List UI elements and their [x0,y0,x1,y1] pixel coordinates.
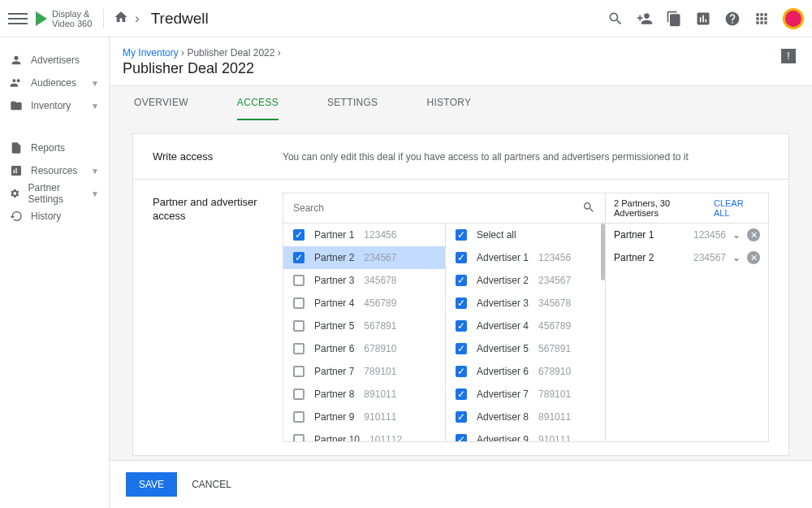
advertiser-row[interactable]: ✓Advertiser 9910111 [446,428,605,441]
checkbox[interactable] [293,320,304,332]
write-access-label: Write access [153,150,283,163]
checkbox[interactable] [293,411,304,423]
tab-access[interactable]: ACCESS [237,86,279,120]
advertiser-row[interactable]: ✓Advertiser 4456789 [446,315,605,337]
sidebar-item-label: Reports [31,142,65,154]
sidebar-item-history[interactable]: History [0,205,109,228]
checkbox[interactable]: ✓ [293,252,304,263]
search-icon[interactable] [582,201,595,216]
select-all-row[interactable]: ✓Select all [446,224,605,246]
partner-row[interactable]: Partner 10101112 [283,428,445,441]
checkbox[interactable]: ✓ [456,275,467,286]
checkbox[interactable]: ✓ [456,343,467,354]
partner-row[interactable]: Partner 9910111 [283,406,445,428]
chart-icon[interactable] [695,11,711,27]
person-add-icon[interactable] [637,11,653,27]
advertiser-row[interactable]: ✓Advertiser 3345678 [446,292,605,315]
partner-id: 234567 [364,252,396,263]
remove-icon[interactable]: ✕ [747,251,760,264]
menu-icon[interactable] [8,9,28,28]
checkbox[interactable] [293,366,304,377]
cancel-button[interactable]: CANCEL [192,479,231,490]
partner-row[interactable]: Partner 3345678 [283,269,445,292]
checkbox[interactable] [293,275,304,286]
play-icon [36,11,47,26]
search-icon[interactable] [607,11,624,27]
checkbox[interactable]: ✓ [456,389,467,400]
breadcrumb-deal[interactable]: Publisher Deal 2022 [187,47,274,59]
checkbox[interactable]: ✓ [456,252,467,263]
checkbox[interactable] [293,343,304,354]
sidebar-item-advertisers[interactable]: Advertisers [0,49,109,72]
write-access-desc: You can only edit this deal if you have … [283,151,689,163]
advertiser-row[interactable]: ✓Advertiser 7789101 [446,383,605,406]
advertiser-id: 234567 [538,275,571,286]
advertiser-row[interactable]: ✓Advertiser 6678910 [446,360,605,383]
apps-icon[interactable] [754,11,770,27]
advertiser-name: Advertiser 1 [477,252,529,263]
selection-summary: 2 Partners, 30 Advertisers [614,198,714,218]
checkbox[interactable]: ✓ [456,434,467,441]
advertiser-name: Advertiser 8 [477,411,529,423]
checkbox[interactable]: ✓ [456,411,467,423]
selected-name: Partner 1 [614,229,689,241]
checkbox[interactable] [293,389,304,400]
sidebar-item-label: History [31,211,61,222]
partner-name: Partner 9 [314,411,354,423]
advertiser-name: Advertiser 4 [477,320,529,332]
tab-history[interactable]: HISTORY [426,86,471,120]
partner-id: 910111 [364,411,396,423]
checkbox[interactable]: ✓ [456,366,467,377]
partner-row[interactable]: Partner 5567891 [283,315,445,337]
scrollbar[interactable] [601,224,605,280]
checkbox[interactable]: ✓ [456,320,467,332]
clear-all-button[interactable]: CLEAR ALL [714,198,760,218]
chevron-down-icon[interactable]: ⌄ [731,229,742,241]
checkbox[interactable] [293,297,304,309]
partner-access-label: Partner and advertiser access [153,193,283,455]
checkbox[interactable] [293,434,304,441]
sidebar-icon [10,187,20,200]
advertiser-name: Advertiser 6 [477,366,529,377]
home-icon[interactable] [114,10,128,27]
checkbox[interactable]: ✓ [456,297,467,309]
checkbox[interactable]: ✓ [456,229,467,241]
tab-overview[interactable]: OVERVIEW [134,86,188,120]
product-name: Display &Video 360 [52,9,92,28]
partner-row[interactable]: Partner 7789101 [283,360,445,383]
breadcrumb-root[interactable]: My Inventory [123,47,179,59]
partner-row[interactable]: ✓Partner 2234567 [283,246,445,269]
feedback-icon[interactable]: ! [781,49,796,63]
sidebar-item-resources[interactable]: Resources▼ [0,159,109,182]
checkbox[interactable]: ✓ [293,229,304,241]
remove-icon[interactable]: ✕ [747,228,760,241]
advertiser-row[interactable]: ✓Advertiser 5567891 [446,337,605,360]
advertiser-row[interactable]: ✓Advertiser 2234567 [446,269,605,292]
sidebar-item-partner-settings[interactable]: Partner Settings▼ [0,182,109,205]
sidebar-item-inventory[interactable]: Inventory▼ [0,94,109,117]
advertiser-id: 345678 [538,297,571,309]
partner-row[interactable]: Partner 6678910 [283,337,445,360]
advertiser-row[interactable]: ✓Advertiser 8891011 [446,406,605,428]
save-button[interactable]: SAVE [126,472,177,497]
advertiser-row[interactable]: ✓Advertiser 1123456 [446,246,605,269]
sidebar-item-reports[interactable]: Reports [0,137,109,159]
partner-row[interactable]: Partner 8891011 [283,383,445,406]
header-title: Tredwell [151,10,209,28]
partner-id: 678910 [364,343,396,354]
sidebar-icon [10,99,23,112]
chevron-down-icon: ▼ [91,189,99,198]
partner-row[interactable]: ✓Partner 1123456 [283,224,445,246]
partner-row[interactable]: Partner 4456789 [283,292,445,315]
advertiser-id: 678910 [538,366,571,377]
chevron-down-icon: ▼ [91,102,99,111]
product-logo[interactable]: Display &Video 360 [36,9,104,28]
copy-icon[interactable] [666,11,682,27]
sidebar-item-audiences[interactable]: Audiences▼ [0,72,109,94]
tab-settings[interactable]: SETTINGS [327,86,378,120]
chevron-down-icon[interactable]: ⌄ [731,252,742,263]
search-input[interactable] [293,202,582,214]
help-icon[interactable] [724,11,741,27]
avatar[interactable] [783,8,804,29]
page-title: Publisher Deal 2022 [123,60,799,77]
